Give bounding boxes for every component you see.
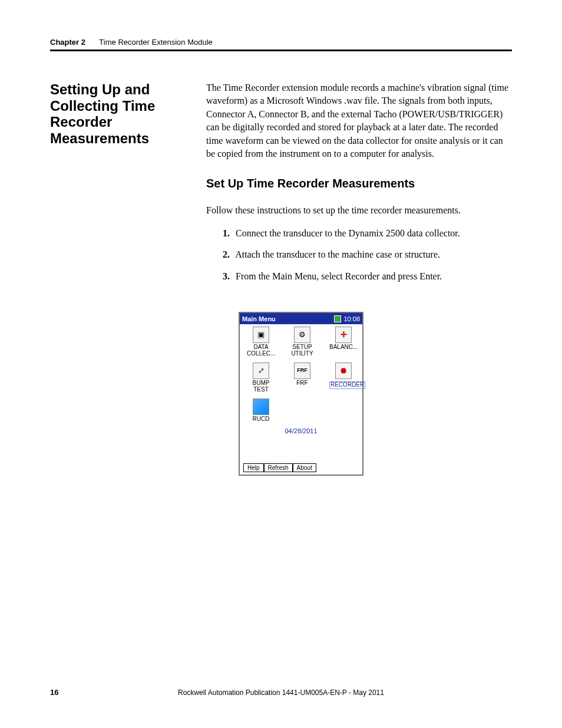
publication-info: Rockwell Automation Publication 1441-UM0… [0, 689, 562, 697]
device-softkeys: Help Refresh About [243, 463, 316, 472]
instruction-lead: Follow these instructions to set up the … [206, 204, 512, 217]
step-number: 1. [218, 227, 230, 240]
subheading: Set Up Time Recorder Measurements [206, 177, 415, 190]
bump-test-icon: ⤢ [253, 363, 269, 379]
running-head: Chapter 2 Time Recorder Extension Module [50, 38, 512, 50]
step-2: 2. Attach the transducer to the machine … [218, 248, 512, 261]
app-rucd[interactable]: RUCD [247, 398, 275, 423]
app-frf[interactable]: FRF FRF [288, 363, 316, 393]
device-title: Main Menu [242, 315, 276, 322]
app-label: SETUP UTILITY [288, 344, 316, 357]
step-1: 1. Connect the transducer to the Dynamix… [218, 227, 512, 240]
app-label: DATA COLLEC... [247, 344, 275, 357]
device-date: 04/28/2011 [243, 427, 359, 434]
steps-list: 1. Connect the transducer to the Dynamix… [218, 227, 512, 291]
chapter-title: Time Recorder Extension Module [99, 38, 212, 47]
step-text: Attach the transducer to the machine cas… [235, 249, 440, 259]
step-number: 2. [218, 248, 230, 261]
app-recorder[interactable]: ⏺ RECORDER [329, 363, 358, 393]
device-clock: 10:08 [343, 315, 360, 322]
app-label: FRF [288, 380, 316, 387]
step-text: From the Main Menu, select Recorder and … [236, 271, 442, 281]
app-balance[interactable]: ✛ BALANC... [329, 327, 358, 357]
data-collection-icon: ▣ [253, 327, 269, 343]
app-label: RUCD [247, 416, 275, 423]
balance-icon: ✛ [335, 327, 352, 343]
softkey-about[interactable]: About [293, 463, 316, 472]
softkey-help[interactable]: Help [243, 463, 264, 472]
setup-utility-icon: ⚙ [294, 327, 310, 343]
app-label-selected: RECORDER [329, 381, 365, 389]
device-screenshot: Main Menu 10:08 ▣ DATA COLLEC... ⚙ SETUP… [239, 312, 363, 476]
app-label: BUMP TEST [247, 380, 275, 393]
device-titlebar: Main Menu 10:08 [240, 313, 362, 324]
step-3: 3. From the Main Menu, select Recorder a… [218, 270, 512, 283]
app-bump-test[interactable]: ⤢ BUMP TEST [247, 363, 275, 393]
step-number: 3. [218, 270, 230, 283]
rucd-icon [253, 398, 269, 415]
recorder-icon: ⏺ [335, 363, 352, 379]
device-app-grid: ▣ DATA COLLEC... ⚙ SETUP UTILITY ✛ BALAN… [240, 324, 362, 434]
app-setup-utility[interactable]: ⚙ SETUP UTILITY [288, 327, 316, 357]
softkey-refresh[interactable]: Refresh [264, 463, 293, 472]
app-data-collection[interactable]: ▣ DATA COLLEC... [247, 327, 275, 357]
battery-icon [334, 315, 341, 322]
frf-icon: FRF [294, 363, 310, 379]
chapter-label: Chapter 2 [50, 38, 85, 47]
intro-paragraph: The Time Recorder extension module recor… [206, 81, 512, 160]
step-text: Connect the transducer to the Dynamix 25… [236, 228, 460, 238]
header-rule [50, 50, 512, 51]
app-label: BALANC... [329, 344, 358, 351]
section-title: Setting Up and Collecting Time Recorder … [50, 81, 194, 146]
